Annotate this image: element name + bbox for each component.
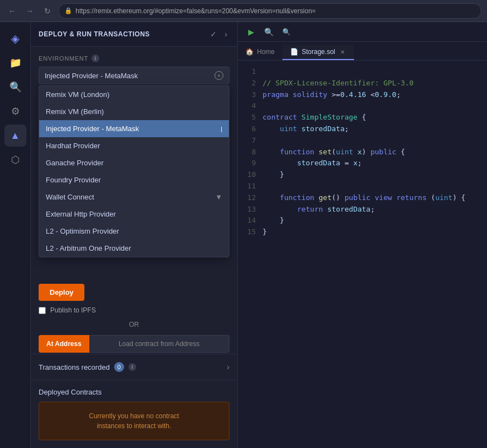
env-plus-icon: + — [215, 71, 223, 80]
code-area[interactable]: 12345 678910 1112131415 // SPDX-License-… — [238, 61, 487, 448]
dropdown-item-l2-optimism[interactable]: L2 - Optimism Provider — [39, 223, 229, 240]
refresh-button[interactable]: ↻ — [41, 4, 54, 18]
url-text: https://remix.ethereum.org/#optimize=fal… — [76, 7, 316, 15]
sidebar-btn-logo[interactable]: ◈ — [4, 28, 26, 50]
line-numbers: 12345 678910 1112131415 — [238, 66, 263, 442]
selected-env-label: Injected Provider - MetaMask — [45, 72, 138, 80]
env-info-icon[interactable]: ℹ — [92, 55, 99, 62]
no-contracts-message: Currently you have no contractinstances … — [39, 402, 229, 440]
address-btn-row: At Address Load contract from Address — [39, 335, 229, 353]
dropdown-item-hardhat[interactable]: Hardhat Provider — [39, 137, 229, 154]
browser-chrome: ← → ↻ 🔒 https://remix.ethereum.org/#opti… — [0, 0, 487, 22]
back-button[interactable]: ← — [6, 4, 19, 18]
dropdown-item-foundry[interactable]: Foundry Provider — [39, 171, 229, 188]
deployed-contracts-section: Deployed Contracts Currently you have no… — [31, 380, 237, 448]
code-content[interactable]: // SPDX-License-Identifier: GPL-3.0 prag… — [263, 66, 487, 442]
panel-actions: ✓ › — [208, 29, 229, 40]
transactions-info-icon[interactable]: ℹ — [129, 363, 136, 371]
dropdown-item-remix-london[interactable]: Remix VM (London) — [39, 86, 229, 103]
dropdown-item-ganache[interactable]: Ganache Provider — [39, 154, 229, 171]
dropdown-item-wallet-connect[interactable]: Wallet Connect ▼ — [39, 188, 229, 206]
left-panel: DEPLOY & RUN TRANSACTIONS ✓ › ENVIRONMEN… — [31, 22, 238, 448]
lock-icon: 🔒 — [65, 7, 72, 14]
publish-ipfs-label: Publish to IPFS — [50, 306, 96, 314]
env-select-button[interactable]: Injected Provider - MetaMask + — [39, 67, 229, 84]
wallet-connect-arrow: ▼ — [215, 193, 222, 201]
publish-ipfs-checkbox[interactable] — [39, 307, 46, 314]
dropdown-item-metamask[interactable]: Injected Provider - MetaMask | — [39, 120, 229, 137]
sidebar-btn-search[interactable]: 🔍 — [4, 76, 26, 98]
publish-ipfs-row: Publish to IPFS — [39, 306, 229, 314]
sidebar-btn-files[interactable]: 📁 — [4, 52, 26, 74]
tab-home[interactable]: 🏠 Home — [238, 45, 282, 60]
transactions-chevron[interactable]: › — [227, 363, 229, 371]
panel-content: ENVIRONMENT ℹ Injected Provider - MetaMa… — [31, 47, 237, 354]
editor-tabs: 🏠 Home 📄 Storage.sol ✕ — [238, 42, 487, 61]
right-panel: ▶ 🔍 🔍 🏠 Home 📄 Storage.sol ✕ 12345 67891… — [238, 22, 487, 448]
transactions-badge: 0 — [114, 362, 124, 372]
tab-storage-label: Storage.sol — [302, 48, 335, 56]
tab-storage[interactable]: 📄 Storage.sol ✕ — [282, 45, 354, 60]
dropdown-item-l2-arbitrum[interactable]: L2 - Arbitrum One Provider — [39, 240, 229, 257]
icon-sidebar: ◈ 📁 🔍 ⚙ ▲ ⬡ — [0, 22, 31, 448]
dropdown-item-external-http[interactable]: External Http Provider — [39, 206, 229, 223]
environment-label: ENVIRONMENT ℹ — [39, 55, 229, 62]
at-address-button[interactable]: At Address — [39, 335, 89, 353]
zoom-out-button[interactable]: 🔍 — [279, 24, 294, 40]
home-icon: 🏠 — [245, 48, 254, 56]
load-address-button[interactable]: Load contract from Address — [89, 335, 229, 353]
main-layout: ◈ 📁 🔍 ⚙ ▲ ⬡ DEPLOY & RUN TRANSACTIONS ✓ … — [0, 22, 487, 448]
transactions-section: Transactions recorded 0 ℹ › — [31, 354, 237, 380]
editor-toolbar: ▶ 🔍 🔍 — [238, 22, 487, 42]
tab-close-button[interactable]: ✕ — [339, 48, 346, 56]
panel-chevron-btn[interactable]: › — [222, 29, 229, 40]
panel-checkmark-btn[interactable]: ✓ — [208, 29, 219, 40]
panel-title: DEPLOY & RUN TRANSACTIONS — [39, 30, 150, 38]
deploy-button[interactable]: Deploy — [39, 284, 84, 301]
zoom-in-button[interactable]: 🔍 — [261, 24, 276, 40]
run-button[interactable]: ▶ — [243, 24, 259, 40]
sidebar-btn-compile[interactable]: ⚙ — [4, 100, 26, 122]
dropdown-item-remix-berlin[interactable]: Remix VM (Berlin) — [39, 103, 229, 120]
transactions-title: Transactions recorded 0 ℹ — [39, 362, 136, 372]
address-bar[interactable]: 🔒 https://remix.ethereum.org/#optimize=f… — [58, 3, 481, 19]
or-divider: OR — [39, 321, 229, 328]
deployed-contracts-title: Deployed Contracts — [39, 388, 229, 396]
tab-home-label: Home — [257, 48, 275, 56]
file-icon: 📄 — [290, 48, 298, 56]
env-dropdown-menu: Remix VM (London) Remix VM (Berlin) Inje… — [39, 85, 229, 257]
sidebar-btn-deploy[interactable]: ▲ — [4, 125, 26, 147]
panel-header: DEPLOY & RUN TRANSACTIONS ✓ › — [31, 22, 237, 47]
transactions-header: Transactions recorded 0 ℹ › — [39, 362, 229, 372]
env-select-wrapper: Injected Provider - MetaMask + Remix VM … — [39, 67, 229, 84]
forward-button[interactable]: → — [23, 4, 36, 18]
sidebar-btn-plugin[interactable]: ⬡ — [4, 149, 26, 171]
cursor-indicator: | — [221, 126, 222, 132]
